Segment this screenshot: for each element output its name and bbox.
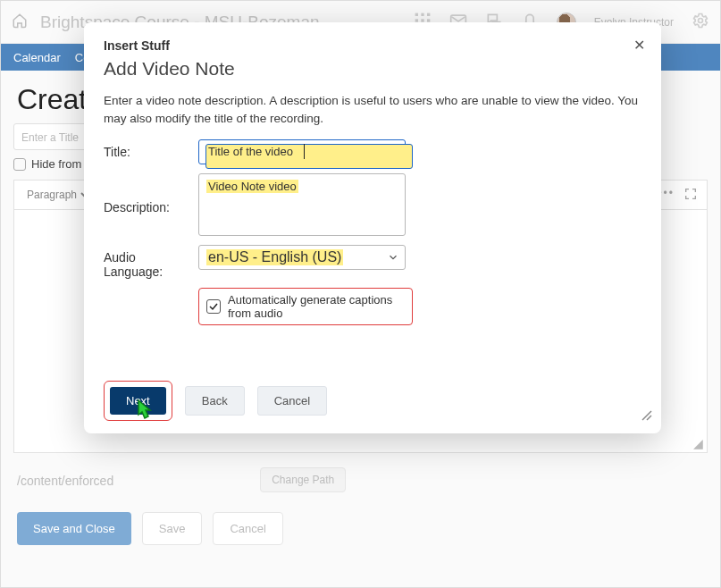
hide-checkbox[interactable] [13, 158, 26, 171]
dialog-resize-icon[interactable] [640, 408, 652, 424]
save-button[interactable]: Save [142, 512, 203, 545]
svg-point-10 [699, 18, 703, 22]
back-button[interactable]: Back [185, 386, 245, 416]
auto-caption-row[interactable]: Automatically generate captions from aud… [198, 288, 413, 325]
svg-line-18 [642, 411, 651, 420]
home-icon[interactable] [12, 13, 28, 32]
auto-caption-label: Automatically generate captions from aud… [228, 293, 405, 320]
dialog-description: Enter a video note description. A descri… [104, 92, 641, 127]
audio-language-value: en-US - English (US) [206, 249, 343, 265]
paragraph-select[interactable]: Paragraph [23, 188, 92, 202]
insert-stuff-dialog: ✕ Insert Stuff Add Video Note Enter a vi… [84, 22, 661, 433]
next-button[interactable]: Next [110, 387, 166, 415]
svg-rect-5 [427, 19, 430, 21]
audio-language-select[interactable]: en-US - English (US) [198, 245, 406, 270]
auto-caption-checkbox[interactable] [206, 299, 221, 314]
svg-line-19 [647, 416, 651, 420]
dialog-cancel-button[interactable]: Cancel [257, 386, 327, 416]
svg-rect-2 [427, 13, 430, 15]
audio-language-label: Audio Language: [104, 245, 193, 279]
svg-rect-3 [415, 19, 417, 21]
cancel-button[interactable]: Cancel [213, 512, 282, 545]
description-label: Description: [104, 173, 193, 214]
save-and-close-button[interactable]: Save and Close [17, 512, 131, 545]
subnav-calendar[interactable]: Calendar [13, 51, 61, 64]
path-row: /content/enforced Change Path [13, 453, 708, 492]
resize-handle-icon[interactable]: ◢ [693, 436, 703, 450]
video-description-value: Video Note video [206, 180, 298, 193]
close-icon[interactable]: ✕ [633, 37, 645, 54]
svg-rect-1 [421, 13, 423, 15]
title-label: Title: [104, 139, 193, 159]
svg-rect-0 [415, 13, 417, 15]
content-path: /content/enforced [17, 473, 247, 488]
dialog-header: Insert Stuff [104, 38, 641, 53]
chevron-down-icon [387, 251, 399, 267]
change-path-button[interactable]: Change Path [260, 467, 346, 492]
dialog-subtitle: Add Video Note [104, 58, 641, 80]
video-title-input[interactable] [198, 139, 406, 164]
svg-rect-4 [421, 19, 423, 21]
next-callout: Next [104, 381, 172, 421]
fullscreen-icon[interactable] [683, 187, 698, 204]
gear-icon[interactable] [692, 12, 709, 33]
video-description-input[interactable]: Video Note video [198, 173, 406, 236]
